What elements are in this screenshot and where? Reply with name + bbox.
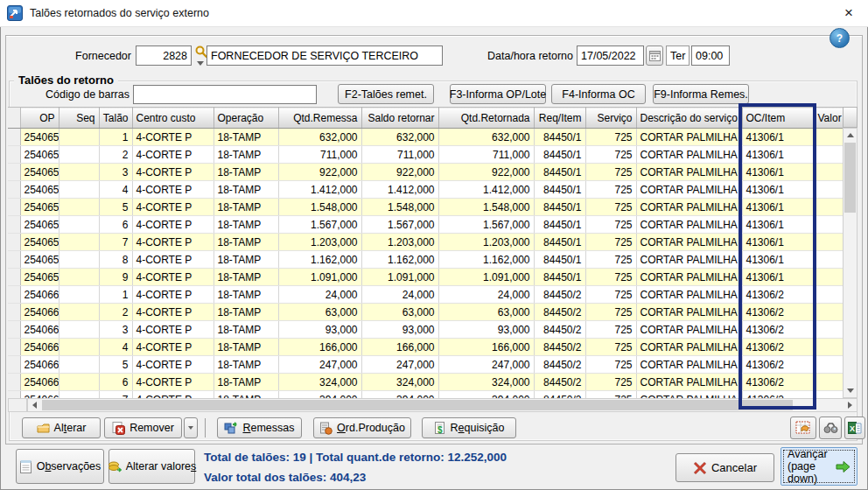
cell: 1.412,000	[438, 181, 534, 199]
table-row[interactable]: 25406664-CORTE P18-TAMP324,000324,000324…	[8, 374, 843, 391]
avancar-button[interactable]: Avançar (page down)	[780, 447, 858, 486]
alterar-button[interactable]: Alterar	[22, 417, 101, 438]
table-row[interactable]: 25406554-CORTE P18-TAMP1.548,0001.548,00…	[8, 199, 843, 216]
return-date-field[interactable]	[577, 46, 644, 66]
row-selector[interactable]	[8, 199, 20, 216]
help-icon[interactable]: ?	[830, 28, 850, 48]
row-selector[interactable]	[8, 216, 20, 234]
cell: 6	[99, 374, 132, 391]
row-selector[interactable]	[8, 234, 20, 251]
table-row[interactable]: 25406574-CORTE P18-TAMP1.203,0001.203,00…	[8, 234, 843, 251]
column-header[interactable]: OC/Item	[742, 108, 814, 129]
column-header[interactable]: Talão	[99, 108, 132, 129]
cell: 1.548,000	[438, 199, 534, 216]
calendar-button[interactable]	[646, 46, 663, 66]
table-row[interactable]: 25406564-CORTE P18-TAMP1.567,0001.567,00…	[8, 216, 843, 234]
vertical-scrollbar[interactable]	[843, 128, 858, 398]
cancelar-button[interactable]: Cancelar	[676, 453, 774, 482]
cell: CORTAR PALMILHA	[636, 374, 742, 391]
cell: 84450/1	[534, 199, 585, 216]
scroll-right-button[interactable]	[844, 399, 857, 411]
horizontal-scroll-thumb[interactable]	[42, 400, 793, 410]
table-row[interactable]: 25406544-CORTE P18-TAMP1.412,0001.412,00…	[8, 181, 843, 199]
row-selector[interactable]	[8, 374, 20, 391]
weekday-display: Ter	[666, 46, 690, 66]
f9-informa-remes-button[interactable]: F9-Informa Remes.	[653, 84, 749, 104]
table-row[interactable]: 25406644-CORTE P18-TAMP166,000166,000166…	[8, 339, 843, 356]
horizontal-scrollbar[interactable]	[27, 398, 858, 412]
grid-export-button[interactable]	[790, 416, 816, 439]
table-row[interactable]: 25406624-CORTE P18-TAMP63,00063,00063,00…	[8, 304, 843, 321]
table-row[interactable]: 25406634-CORTE P18-TAMP93,00093,00093,00…	[8, 321, 843, 339]
row-selector[interactable]	[8, 286, 20, 304]
column-header[interactable]: Saldo retornar	[361, 108, 438, 129]
alterar-valores-button[interactable]: Alterar valores	[108, 449, 195, 484]
cell	[814, 216, 843, 234]
row-selector[interactable]	[8, 304, 20, 321]
cell: 84450/1	[534, 234, 585, 251]
scroll-left-button[interactable]	[28, 399, 41, 411]
cell: 254065	[20, 269, 59, 286]
cell: 166,000	[438, 339, 534, 356]
row-selector[interactable]	[8, 129, 20, 146]
cell	[59, 164, 99, 181]
table-row[interactable]: 25406514-CORTE P18-TAMP632,000632,000632…	[8, 129, 843, 146]
cell: CORTAR PALMILHA	[636, 286, 742, 304]
return-time-field[interactable]	[691, 46, 730, 66]
delete-icon	[112, 422, 125, 435]
column-header[interactable]: Valor	[814, 108, 843, 129]
fornecedor-name-field[interactable]	[206, 46, 443, 66]
column-header[interactable]: Centro custo	[132, 108, 214, 129]
table-row[interactable]: 25406534-CORTE P18-TAMP922,000922,000922…	[8, 164, 843, 181]
column-header[interactable]: OP	[20, 108, 59, 129]
row-selector[interactable]	[8, 391, 20, 399]
table-row[interactable]: 25406584-CORTE P18-TAMP1.162,0001.162,00…	[8, 251, 843, 269]
cell: 24,000	[438, 286, 534, 304]
table-row[interactable]: 25406614-CORTE P18-TAMP24,00024,00024,00…	[8, 286, 843, 304]
fornecedor-code-field[interactable]	[136, 46, 192, 66]
f2-taloes-remet-button[interactable]: F2-Talões remet.	[338, 84, 434, 104]
scroll-down-button[interactable]	[844, 384, 857, 397]
column-header[interactable]: Descrição do serviço	[636, 108, 742, 129]
row-selector[interactable]	[8, 146, 20, 164]
remessas-button[interactable]: Remessas	[217, 417, 302, 438]
barcode-input[interactable]	[133, 85, 317, 104]
row-selector[interactable]	[8, 321, 20, 339]
remover-dropdown-button[interactable]	[184, 417, 198, 438]
excel-export-button[interactable]: X	[844, 416, 865, 439]
table-row[interactable]: 25406594-CORTE P18-TAMP1.091,0001.091,00…	[8, 269, 843, 286]
ord-producao-button[interactable]: Ord.Produção	[313, 417, 411, 438]
column-header[interactable]: Qtd.Remessa	[278, 108, 361, 129]
requisicao-button[interactable]: $ Requisição	[422, 417, 516, 438]
table-row[interactable]: 25406654-CORTE P18-TAMP247,000247,000247…	[8, 356, 843, 374]
vertical-scroll-thumb[interactable]	[844, 143, 856, 213]
fornecedor-dropdown-icon[interactable]	[197, 61, 204, 66]
search-grid-button[interactable]	[819, 416, 842, 439]
row-selector[interactable]	[8, 269, 20, 286]
cell: 1.162,000	[278, 251, 361, 269]
cell: 7	[99, 234, 132, 251]
row-selector[interactable]	[8, 164, 20, 181]
row-selector[interactable]	[8, 339, 20, 356]
table-row[interactable]: 25406524-CORTE P18-TAMP711,000711,000711…	[8, 146, 843, 164]
f4-informa-oc-button[interactable]: F4-Informa OC	[551, 84, 646, 104]
row-selector[interactable]	[8, 251, 20, 269]
cell: 4-CORTE P	[132, 356, 214, 374]
column-header[interactable]: Seq	[59, 108, 99, 129]
f3-informa-op-lote-button[interactable]: F3-Informa OP/Lote	[450, 84, 546, 104]
remover-button[interactable]: Remover	[104, 417, 182, 438]
cell: 18-TAMP	[214, 181, 278, 199]
cell: 93,000	[438, 321, 534, 339]
observacoes-button[interactable]: Observações	[16, 449, 104, 484]
scroll-up-button[interactable]	[844, 129, 857, 142]
column-header[interactable]: Req/Item	[534, 108, 585, 129]
row-selector[interactable]	[8, 356, 20, 374]
cell	[59, 216, 99, 234]
cell: 725	[585, 234, 636, 251]
column-header[interactable]: Serviço	[585, 108, 636, 129]
column-header[interactable]: Operação	[214, 108, 278, 129]
table-row[interactable]: 25406674-CORTE P18-TAMP394,000394,000394…	[8, 391, 843, 399]
row-selector[interactable]	[8, 181, 20, 199]
close-button[interactable]: ×	[836, 3, 861, 24]
column-header[interactable]: Qtd.Retornada	[438, 108, 534, 129]
